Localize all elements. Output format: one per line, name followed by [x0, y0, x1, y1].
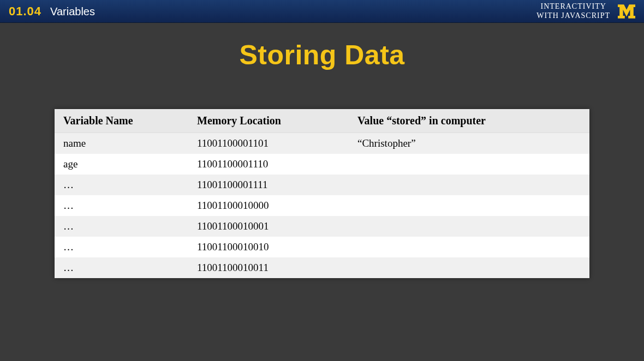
- header-bar: 01.04 Variables INTERACTIVITY WITH JAVAS…: [0, 0, 644, 23]
- slide-title: Storing Data: [55, 39, 589, 71]
- cell-memory-location: 11001100001101: [188, 133, 349, 154]
- lesson-number: 01.04: [9, 4, 41, 19]
- cell-variable-name: …: [55, 216, 188, 237]
- cell-value-stored: [349, 175, 589, 195]
- table-row: … 11001100001111: [55, 175, 589, 195]
- michigan-logo-icon: [618, 4, 635, 19]
- cell-value-stored: [349, 216, 589, 237]
- table-header-value-stored: Value “stored” in computer: [349, 109, 589, 133]
- table-header-row: Variable Name Memory Location Value “sto…: [55, 109, 589, 133]
- cell-value-stored: “Christopher”: [349, 133, 589, 154]
- header-right: INTERACTIVITY WITH JAVASCRIPT: [536, 2, 635, 20]
- cell-memory-location: 11001100001111: [188, 175, 349, 195]
- cell-value-stored: [349, 154, 589, 175]
- cell-variable-name: age: [55, 154, 188, 175]
- cell-variable-name: …: [55, 257, 188, 278]
- cell-variable-name: …: [55, 175, 188, 195]
- lesson-title: Variables: [50, 5, 95, 18]
- cell-variable-name: …: [55, 237, 188, 257]
- cell-value-stored: [349, 257, 589, 278]
- cell-variable-name: …: [55, 195, 188, 216]
- cell-value-stored: [349, 195, 589, 216]
- course-title-line1: INTERACTIVITY: [536, 2, 610, 11]
- table-row: … 11001100010010: [55, 237, 589, 257]
- header-left: 01.04 Variables: [9, 4, 95, 19]
- course-title: INTERACTIVITY WITH JAVASCRIPT: [536, 2, 610, 20]
- cell-value-stored: [349, 237, 589, 257]
- table-row: age 11001100001110: [55, 154, 589, 175]
- table-header-variable-name: Variable Name: [55, 109, 188, 133]
- cell-variable-name: name: [55, 133, 188, 154]
- table-row: … 11001100010011: [55, 257, 589, 278]
- cell-memory-location: 11001100010011: [188, 257, 349, 278]
- cell-memory-location: 11001100001110: [188, 154, 349, 175]
- slide-content: Storing Data Variable Name Memory Locati…: [0, 23, 644, 278]
- table-row: name 11001100001101 “Christopher”: [55, 133, 589, 154]
- cell-memory-location: 11001100010001: [188, 216, 349, 237]
- table-row: … 11001100010000: [55, 195, 589, 216]
- cell-memory-location: 11001100010000: [188, 195, 349, 216]
- table-row: … 11001100010001: [55, 216, 589, 237]
- table-header-memory-location: Memory Location: [188, 109, 349, 133]
- cell-memory-location: 11001100010010: [188, 237, 349, 257]
- memory-table: Variable Name Memory Location Value “sto…: [55, 109, 589, 278]
- course-title-line2: WITH JAVASCRIPT: [536, 11, 610, 20]
